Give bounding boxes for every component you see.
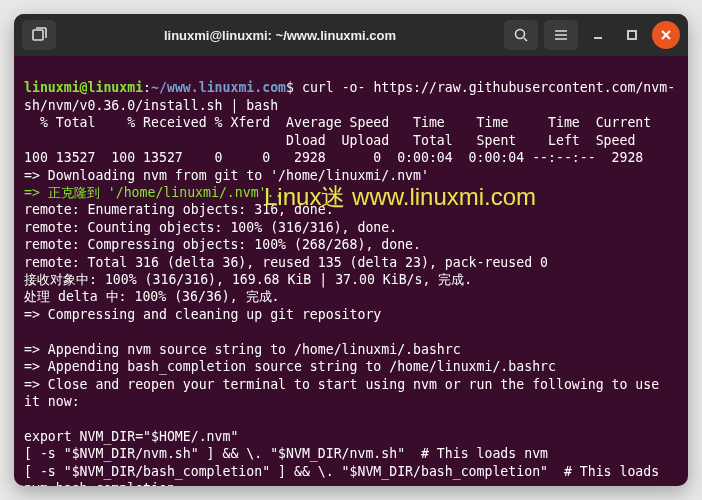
- svg-point-1: [516, 30, 525, 39]
- out-r2: remote: Counting objects: 100% (316/316)…: [24, 220, 397, 235]
- minimize-icon: [592, 29, 604, 41]
- out-app2: => Appending bash_completion source stri…: [24, 359, 556, 374]
- prompt-user: linuxmi: [24, 80, 80, 95]
- search-button[interactable]: [504, 20, 538, 50]
- maximize-icon: [626, 29, 638, 41]
- close-icon: [660, 29, 672, 41]
- out-close: => Close and reopen your terminal to sta…: [24, 377, 667, 409]
- out-dl: => Downloading nvm from git to '/home/li…: [24, 168, 429, 183]
- close-button[interactable]: [652, 21, 680, 49]
- out-exp: export NVM_DIR="$HOME/.nvm": [24, 429, 238, 444]
- out-r1: remote: Enumerating objects: 316, done.: [24, 202, 334, 217]
- prompt-host: linuxmi: [88, 80, 144, 95]
- svg-rect-0: [33, 30, 43, 40]
- prompt-colon: :: [143, 80, 151, 95]
- menu-button[interactable]: [544, 20, 578, 50]
- window-title: linuxmi@linuxmi: ~/www.linuxmi.com: [62, 28, 498, 43]
- maximize-button[interactable]: [618, 21, 646, 49]
- out-recv: 接收对象中: 100% (316/316), 169.68 KiB | 37.0…: [24, 272, 472, 287]
- out-app1: => Appending nvm source string to /home/…: [24, 342, 461, 357]
- new-tab-button[interactable]: [22, 20, 56, 50]
- out-r4: remote: Total 316 (delta 36), reused 135…: [24, 255, 548, 270]
- out-l2: [ -s "$NVM_DIR/bash_completion" ] && \. …: [24, 464, 667, 486]
- prompt-at: @: [80, 80, 88, 95]
- out-header1: % Total % Received % Xferd Average Speed…: [24, 115, 651, 130]
- out-progress: 100 13527 100 13527 0 0 2928 0 0:00:04 0…: [24, 150, 643, 165]
- minimize-button[interactable]: [584, 21, 612, 49]
- out-clone: => 正克隆到 '/home/linuxmi/.nvm'...: [24, 185, 290, 200]
- out-r3: remote: Compressing objects: 100% (268/2…: [24, 237, 421, 252]
- terminal-window: linuxmi@linuxmi: ~/www.linuxmi.com linux…: [14, 14, 688, 486]
- out-compress: => Compressing and cleaning up git repos…: [24, 307, 381, 322]
- titlebar: linuxmi@linuxmi: ~/www.linuxmi.com: [14, 14, 688, 56]
- prompt-path: ~/www.linuxmi.com: [151, 80, 286, 95]
- hamburger-icon: [553, 27, 569, 43]
- out-delta: 处理 delta 中: 100% (36/36), 完成.: [24, 289, 280, 304]
- terminal-body[interactable]: linuxmi@linuxmi:~/www.linuxmi.com$ curl …: [14, 56, 688, 486]
- svg-rect-2: [628, 31, 636, 39]
- out-l1: [ -s "$NVM_DIR/nvm.sh" ] && \. "$NVM_DIR…: [24, 446, 548, 461]
- prompt-dollar: $: [286, 80, 294, 95]
- search-icon: [513, 27, 529, 43]
- out-header2: Dload Upload Total Spent Left Speed: [24, 133, 635, 148]
